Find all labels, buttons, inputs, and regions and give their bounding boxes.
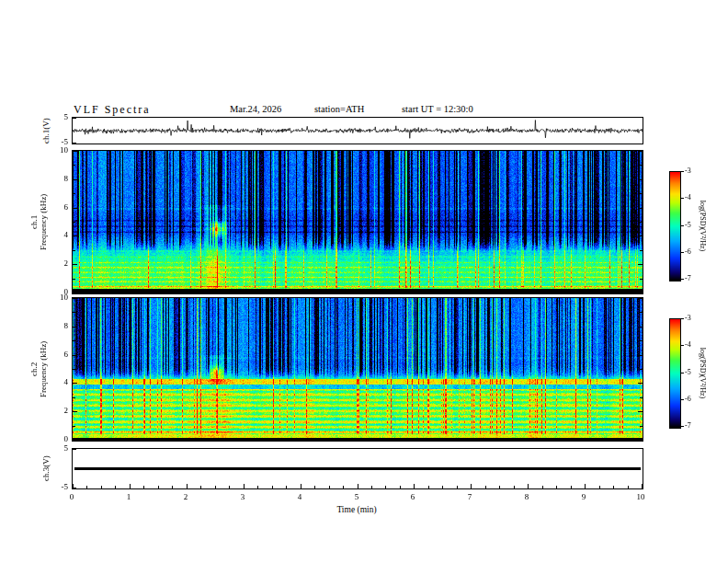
y-major-tick xyxy=(638,179,643,180)
y-major-tick xyxy=(73,118,76,119)
y-minor-tick xyxy=(640,279,643,280)
colorbar-ch1 xyxy=(669,171,681,282)
ch1-waveform-panel xyxy=(72,117,643,144)
ch1-spectrogram-axis-label: ch.1 Frequency (kHz) xyxy=(26,150,53,294)
y-tick-label: 5 xyxy=(50,112,68,121)
ch3-voltage-axis-label-text: ch.3(V) xyxy=(41,456,51,482)
y-major-tick xyxy=(73,383,77,384)
x-major-tick xyxy=(528,484,529,488)
colorbar-tick-label: -3 xyxy=(685,167,700,175)
x-minor-tick xyxy=(343,486,344,488)
colorbar-tick-label: -7 xyxy=(685,421,700,430)
y-major-tick xyxy=(73,327,77,327)
x-minor-tick xyxy=(542,486,543,488)
x-minor-tick xyxy=(143,486,144,488)
colorbar-tick-label: -5 xyxy=(685,368,700,376)
x-minor-tick xyxy=(314,486,315,488)
x-major-tick xyxy=(358,484,358,488)
colorbar-tick-label: -3 xyxy=(685,314,700,322)
y-tick-label: 10 xyxy=(50,145,68,155)
x-minor-tick xyxy=(613,486,614,488)
x-tick-label: 9 xyxy=(573,492,595,501)
x-major-tick xyxy=(414,484,415,488)
x-minor-tick xyxy=(115,486,116,488)
y-minor-tick xyxy=(640,250,643,251)
y-minor-tick xyxy=(73,426,75,427)
y-minor-tick xyxy=(640,222,643,223)
y-tick-label: 6 xyxy=(50,202,68,212)
colorbar-tick-label: -6 xyxy=(685,247,700,256)
colorbar-tick-label: -4 xyxy=(685,340,700,349)
x-minor-tick xyxy=(200,486,201,488)
figure-station: station=ATH xyxy=(314,104,364,114)
x-minor-tick xyxy=(457,486,458,488)
y-minor-tick xyxy=(640,369,643,370)
x-tick-label: 2 xyxy=(175,492,197,501)
ch1-spectrogram-panel xyxy=(72,150,643,294)
x-tick-label: 6 xyxy=(402,492,424,501)
y-tick-label: 10 xyxy=(50,293,68,302)
colorbar-tick xyxy=(681,171,684,172)
colorbar-ch2-canvas xyxy=(670,319,680,428)
y-tick-label: 8 xyxy=(50,321,68,330)
y-tick-label: -5 xyxy=(50,137,68,146)
x-minor-tick xyxy=(229,486,230,488)
y-major-tick xyxy=(638,355,643,356)
x-major-tick xyxy=(73,484,74,488)
x-major-tick xyxy=(642,484,643,488)
x-minor-tick xyxy=(272,486,273,488)
ch1-label-line1: ch.1 xyxy=(30,194,40,250)
frequency-label-line1: Frequency (kHz) xyxy=(40,194,49,250)
y-major-tick xyxy=(73,298,77,299)
x-minor-tick xyxy=(172,486,173,488)
ch2-label-line1: ch.2 xyxy=(30,341,40,397)
x-minor-tick xyxy=(428,486,429,488)
x-tick-label: 4 xyxy=(289,492,311,501)
x-minor-tick xyxy=(400,486,401,488)
y-minor-tick xyxy=(73,312,75,313)
x-minor-tick xyxy=(571,486,572,488)
x-major-tick xyxy=(301,484,301,488)
ch2-spectrogram-canvas xyxy=(73,298,643,441)
y-major-tick xyxy=(638,327,643,327)
y-major-tick xyxy=(73,208,77,209)
x-major-tick xyxy=(244,484,245,488)
y-tick-label: 2 xyxy=(50,259,68,268)
x-major-tick xyxy=(585,484,586,488)
x-minor-tick xyxy=(215,486,216,488)
y-major-tick xyxy=(73,293,77,293)
y-minor-tick xyxy=(73,397,75,398)
colorbar-tick xyxy=(681,345,684,346)
y-tick-label: 6 xyxy=(50,350,68,359)
y-major-tick xyxy=(73,236,77,236)
colorbar-tick xyxy=(681,225,684,226)
colorbar-tick-label: -7 xyxy=(685,274,700,282)
x-minor-tick xyxy=(158,486,159,488)
x-tick-label: 1 xyxy=(118,492,140,501)
y-minor-tick xyxy=(73,369,75,370)
ch2-spectrogram-axis-label: ch.2 Frequency (kHz) xyxy=(26,297,53,442)
y-minor-tick xyxy=(73,279,75,280)
y-minor-tick xyxy=(73,193,75,194)
x-tick-label: 5 xyxy=(346,492,368,501)
x-minor-tick xyxy=(556,486,557,488)
y-major-tick xyxy=(638,411,643,412)
y-minor-tick xyxy=(640,312,643,313)
y-major-tick xyxy=(73,179,77,180)
y-tick-label: -5 xyxy=(50,482,68,491)
ch3-waveform-canvas xyxy=(73,449,643,488)
colorbar-tick xyxy=(681,399,684,400)
colorbar-tick-label: -6 xyxy=(685,395,700,403)
x-minor-tick xyxy=(101,486,102,488)
y-minor-tick xyxy=(73,222,75,223)
time-axis-label: Time (min) xyxy=(72,505,642,514)
colorbar-ch2 xyxy=(669,318,681,429)
ch2-spectrogram-panel xyxy=(72,297,643,442)
x-major-tick xyxy=(130,484,131,488)
y-minor-tick xyxy=(640,165,643,166)
y-major-tick xyxy=(638,236,643,236)
y-major-tick xyxy=(73,440,77,441)
colorbar-ch1-label-text: log(PSD)(V²/Hz) xyxy=(700,200,708,250)
colorbar-tick-label: -4 xyxy=(685,193,700,201)
y-minor-tick xyxy=(73,340,75,341)
